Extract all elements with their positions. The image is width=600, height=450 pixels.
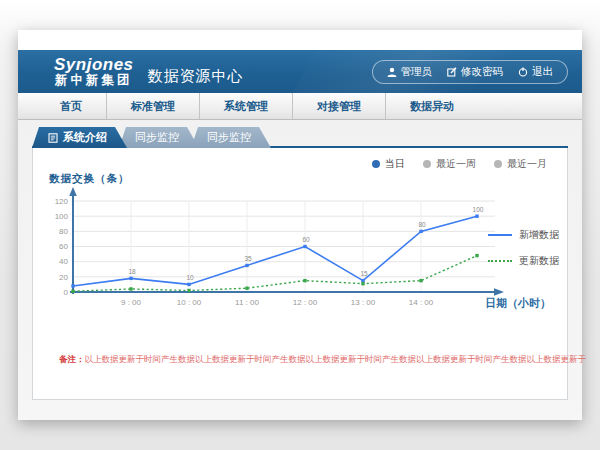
tab-1[interactable]: 同步监控 <box>119 127 199 148</box>
footer-note-text: 以上数据更新于时间产生数据以上数据更新于时间产生数据以上数据更新于时间产生数据以… <box>85 354 587 364</box>
radio-label: 当日 <box>385 157 405 171</box>
document-icon <box>48 133 58 143</box>
nav-bar: 首页标准管理系统管理对接管理数据异动 <box>18 93 582 120</box>
data-point <box>71 290 74 293</box>
data-point <box>71 284 74 287</box>
edit-icon <box>447 67 457 77</box>
power-icon <box>518 67 528 77</box>
y-tick-label: 0 <box>64 288 69 297</box>
data-label: 35 <box>244 255 252 262</box>
app-window: Synjones 新中新集团 数据资源中心 管理员 修改密码 退出 <box>18 30 582 420</box>
user-icon <box>387 67 397 77</box>
y-tick-label: 120 <box>55 197 69 206</box>
range-radio-0[interactable]: 当日 <box>372 157 405 171</box>
data-point <box>303 279 306 282</box>
radio-dot-icon <box>423 160 431 168</box>
user-name-label: 管理员 <box>401 65 433 79</box>
data-point <box>129 287 132 290</box>
chart-panel: 当日最近一周最近一月 数据交换（条） 0204060801001209 : 00… <box>32 148 568 400</box>
data-label: 80 <box>418 221 426 228</box>
data-label: 10 <box>186 274 194 281</box>
y-tick-label: 20 <box>59 273 68 282</box>
legend-item-1: 更新数据 <box>488 254 559 268</box>
y-axis-arrow-icon <box>69 187 77 196</box>
content-area: 系统介绍同步监控同步监控 当日最近一周最近一月 数据交换（条） 02040608… <box>18 120 582 420</box>
series-line-0 <box>73 216 477 286</box>
radio-dot-icon <box>494 160 502 168</box>
tab-label: 同步监控 <box>207 130 251 145</box>
data-label: 18 <box>128 268 136 275</box>
tab-0[interactable]: 系统介绍 <box>32 127 127 148</box>
company-logo: Synjones 新中新集团 <box>54 56 134 87</box>
line-chart: 0204060801001209 : 0010 : 0011 : 0012 : … <box>43 182 513 327</box>
data-point <box>187 283 190 286</box>
logout-label: 退出 <box>532 65 553 79</box>
legend-label: 更新数据 <box>519 254 559 268</box>
x-axis-title: 日期（小时） <box>485 296 551 311</box>
legend-item-0: 新增数据 <box>488 228 559 242</box>
data-point <box>245 287 248 290</box>
radio-dot-icon <box>372 160 380 168</box>
data-point <box>419 279 422 282</box>
change-password-label: 修改密码 <box>461 65 503 79</box>
nav-item-1[interactable]: 标准管理 <box>106 93 199 119</box>
logo-text-cn: 新中新集团 <box>54 74 134 87</box>
legend-swatch-icon <box>488 234 512 236</box>
legend-swatch-icon <box>488 260 512 262</box>
x-tick-label: 14 : 00 <box>409 298 434 307</box>
user-menu-item[interactable]: 管理员 <box>387 65 433 79</box>
data-point <box>361 282 364 285</box>
range-radio-1[interactable]: 最近一周 <box>423 157 476 171</box>
chart-legend: 新增数据更新数据 <box>488 228 559 268</box>
radio-label: 最近一周 <box>436 157 476 171</box>
data-point <box>303 245 306 248</box>
nav-item-4[interactable]: 数据异动 <box>385 93 478 119</box>
x-tick-label: 9 : 00 <box>121 298 142 307</box>
radio-label: 最近一月 <box>507 157 547 171</box>
y-tick-label: 100 <box>55 212 69 221</box>
footer-note: 备注：以上数据更新于时间产生数据以上数据更新于时间产生数据以上数据更新于时间产生… <box>59 354 586 366</box>
data-label: 15 <box>360 270 368 277</box>
logout-button[interactable]: 退出 <box>518 65 553 79</box>
tabs: 系统介绍同步监控同步监控 <box>32 127 568 148</box>
nav-item-0[interactable]: 首页 <box>36 93 106 119</box>
legend-label: 新增数据 <box>519 228 559 242</box>
y-tick-label: 40 <box>59 257 68 266</box>
tab-2[interactable]: 同步监控 <box>191 127 271 148</box>
range-filter-group: 当日最近一周最近一月 <box>372 157 547 171</box>
change-password-button[interactable]: 修改密码 <box>447 65 503 79</box>
data-point <box>187 289 190 292</box>
app-header: Synjones 新中新集团 数据资源中心 管理员 修改密码 退出 <box>18 50 582 93</box>
range-radio-2[interactable]: 最近一月 <box>494 157 547 171</box>
y-tick-label: 60 <box>59 242 68 251</box>
x-tick-label: 11 : 00 <box>235 298 259 307</box>
tab-label: 同步监控 <box>135 130 179 145</box>
footer-note-prefix: 备注： <box>59 354 85 364</box>
data-point <box>475 215 478 218</box>
tabs-row: 系统介绍同步监控同步监控 <box>32 127 568 148</box>
window-top-strip <box>18 30 582 50</box>
nav-item-2[interactable]: 系统管理 <box>199 93 292 119</box>
nav-item-3[interactable]: 对接管理 <box>292 93 385 119</box>
x-axis-arrow-icon <box>494 288 504 296</box>
data-point <box>419 230 422 233</box>
data-point <box>129 277 132 280</box>
x-tick-label: 13 : 00 <box>351 298 376 307</box>
x-tick-label: 12 : 00 <box>293 298 318 307</box>
tab-label: 系统介绍 <box>63 130 107 145</box>
x-tick-label: 10 : 00 <box>177 298 202 307</box>
data-label: 60 <box>302 236 310 243</box>
logo-text-en: Synjones <box>54 56 134 74</box>
data-point <box>361 279 364 282</box>
data-label: 100 <box>473 206 484 213</box>
user-toolbar: 管理员 修改密码 退出 <box>372 60 569 84</box>
data-point <box>245 264 248 267</box>
y-tick-label: 80 <box>59 227 68 236</box>
data-point <box>475 254 478 257</box>
page-title: 数据资源中心 <box>148 67 244 86</box>
